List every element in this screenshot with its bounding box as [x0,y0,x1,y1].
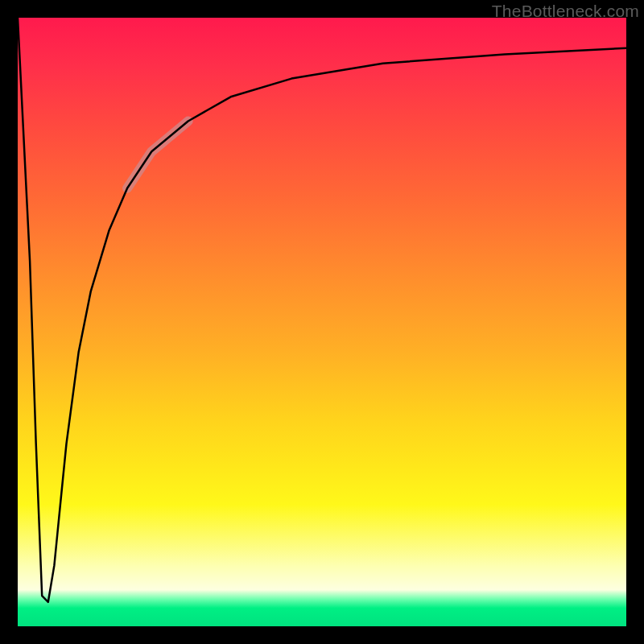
curve-svg [18,18,626,626]
curve-line [18,18,626,602]
chart-container: TheBottleneck.com [0,0,644,644]
curve-highlight [127,122,188,188]
plot-area [18,18,626,626]
